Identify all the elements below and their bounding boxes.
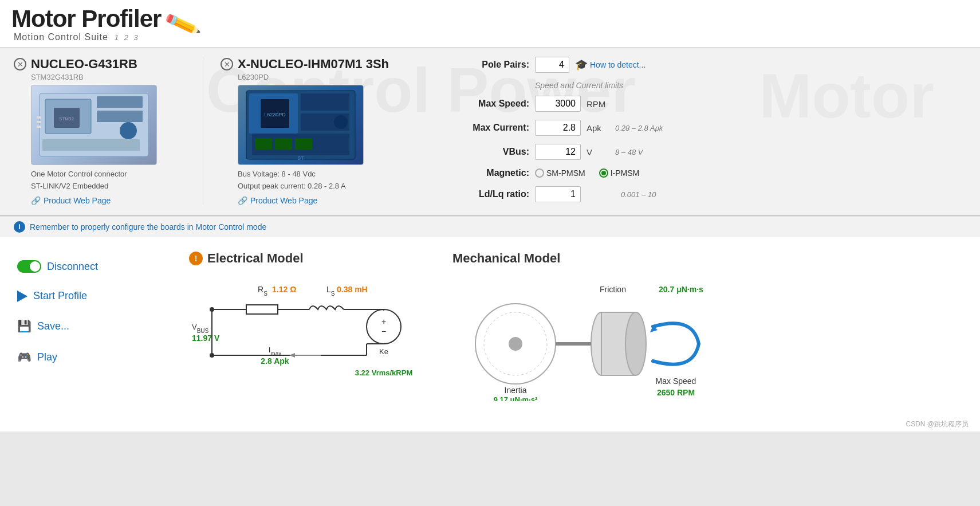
ldlq-input[interactable]	[535, 186, 581, 202]
svg-text:Inertia: Inertia	[505, 386, 527, 395]
info-message: Remember to properly configure the board…	[30, 222, 266, 232]
board1-desc: One Motor Control connector ST-LINK/V2 E…	[31, 168, 191, 193]
sm-pmsm-label: SM-PMSM	[546, 168, 585, 178]
settings-panel: Pole Pairs: 🎓 How to detect... Speed and…	[432, 57, 966, 210]
board2-header: ✕ X-NUCLEO-IHM07M1 3Sh	[221, 57, 420, 72]
svg-rect-18	[255, 138, 272, 150]
graduation-icon: 🎓	[575, 58, 588, 71]
app-header: Motor Profiler Motion Control Suite 1 2 …	[0, 0, 980, 48]
mechanical-model-title: Mechanical Model	[452, 251, 951, 266]
svg-point-54	[509, 337, 522, 351]
board1-image: STM32	[31, 85, 157, 165]
svg-point-22	[334, 115, 348, 129]
save-button[interactable]: 💾 Save...	[17, 316, 178, 336]
external-link-icon-1: 🔗	[31, 196, 41, 205]
max-speed-row: Max Speed: RPM	[455, 96, 966, 112]
vbus-label: VBus:	[455, 147, 529, 157]
svg-text:VBUS: VBUS	[192, 323, 209, 334]
max-current-unit: Apk	[587, 123, 609, 133]
start-profile-button[interactable]: Start Profile	[17, 287, 178, 305]
svg-point-7	[120, 122, 137, 139]
max-current-input[interactable]	[535, 120, 581, 136]
board1-sub: STM32G431RB	[31, 73, 191, 81]
svg-rect-2	[97, 96, 143, 108]
svg-text:STM32: STM32	[59, 116, 74, 121]
ldlq-label: Ld/Lq ratio:	[455, 189, 529, 199]
disconnect-button[interactable]: Disconnect	[17, 257, 178, 276]
board1-select-icon[interactable]: ✕	[14, 58, 26, 70]
speed-current-label: Speed and Current limits	[535, 81, 966, 90]
play-button[interactable]: 🎮 Play	[17, 347, 178, 367]
radio-circle-i-pmsm	[599, 168, 608, 178]
magnetic-label: Magnetic:	[455, 168, 529, 178]
max-speed-label: Max Speed:	[455, 99, 529, 109]
svg-rect-9	[37, 121, 41, 123]
svg-marker-47	[289, 353, 295, 358]
board-card-2: ✕ X-NUCLEO-IHM07M1 3Sh L6230PD L6230PD S…	[203, 57, 432, 205]
xnucleo-board-svg: L6230PD ST	[243, 88, 358, 162]
external-link-icon-2: 🔗	[238, 196, 247, 205]
info-icon: i	[14, 221, 25, 233]
max-current-range: 0.28 – 2.8 Apk	[615, 124, 672, 132]
electrical-model-title: ! Electrical Model	[189, 251, 430, 266]
board1-product-link[interactable]: 🔗 Product Web Page	[31, 196, 191, 205]
gamepad-icon: 🎮	[17, 350, 32, 364]
app-logo-icon: ✏️	[163, 5, 202, 44]
svg-text:Max Speed: Max Speed	[656, 376, 696, 386]
svg-rect-19	[275, 138, 292, 150]
svg-rect-3	[97, 111, 143, 122]
vbus-input[interactable]	[535, 144, 581, 160]
svg-text:20.7 μN·m·s: 20.7 μN·m·s	[659, 285, 703, 294]
radio-sm-pmsm[interactable]: SM-PMSM	[535, 168, 585, 178]
electrical-model-section: ! Electrical Model RS 1.12 Ω LS 0.38 mH …	[178, 251, 441, 403]
max-speed-input[interactable]	[535, 96, 581, 112]
title-block: Motor Profiler Motion Control Suite 1 2 …	[11, 6, 161, 42]
disconnect-label: Disconnect	[47, 261, 98, 273]
app-subtitle: Motion Control Suite 1 2 3	[14, 32, 161, 42]
board2-product-link[interactable]: 🔗 Product Web Page	[238, 196, 420, 205]
svg-text:2650 RPM: 2650 RPM	[657, 388, 695, 397]
how-to-detect-link[interactable]: 🎓 How to detect...	[575, 58, 646, 71]
svg-text:Friction: Friction	[600, 285, 626, 294]
footer-note: CSDN @跳坑程序员	[0, 417, 980, 432]
board1-header: ✕ NUCLEO-G431RB	[14, 57, 191, 72]
board2-name: X-NUCLEO-IHM07M1 3Sh	[238, 57, 389, 72]
i-pmsm-label: I-PMSM	[611, 168, 640, 178]
board2-select-icon[interactable]: ✕	[221, 58, 233, 70]
top-panel: Control Power Motor ✕ NUCLEO-G431RB STM3…	[0, 48, 980, 216]
svg-text:0.38 mH: 0.38 mH	[337, 285, 368, 294]
pole-pairs-row: Pole Pairs: 🎓 How to detect...	[455, 57, 966, 73]
svg-text:11.97 V: 11.97 V	[192, 334, 220, 343]
pole-pairs-label: Pole Pairs:	[455, 60, 529, 70]
board1-name: NUCLEO-G431RB	[31, 57, 137, 72]
circuit-diagram: RS 1.12 Ω LS 0.38 mH + −	[189, 275, 430, 401]
svg-text:Ke: Ke	[379, 347, 388, 356]
radio-dot-i-pmsm	[601, 171, 606, 175]
svg-point-41	[210, 353, 214, 358]
svg-point-40	[210, 307, 214, 312]
max-current-row: Max Current: Apk 0.28 – 2.8 Apk	[455, 120, 966, 136]
app-title: Motor Profiler	[11, 6, 161, 32]
board2-image: L6230PD ST	[238, 85, 364, 165]
vbus-range: 8 – 48 V	[615, 148, 672, 156]
magnetic-row: Magnetic: SM-PMSM I-PMSM	[455, 168, 966, 178]
radio-i-pmsm[interactable]: I-PMSM	[599, 168, 640, 178]
bottom-panel: Disconnect Start Profile 💾 Save... 🎮 Pla…	[0, 237, 980, 417]
magnetic-options: SM-PMSM I-PMSM	[535, 168, 639, 178]
svg-text:2.8 Apk: 2.8 Apk	[261, 356, 289, 366]
board2-sub: L6230PD	[238, 73, 420, 81]
svg-rect-10	[37, 125, 41, 128]
svg-text:9.17 μN·m·s²: 9.17 μN·m·s²	[494, 395, 538, 401]
max-speed-unit: RPM	[587, 99, 609, 109]
svg-rect-28	[246, 305, 278, 314]
ldlq-row: Ld/Lq ratio: 0.001 – 10	[455, 186, 966, 202]
info-bar: i Remember to properly configure the boa…	[0, 216, 980, 237]
mechanical-model-section: Mechanical Model Friction 20.7 μN·m·s In…	[441, 251, 963, 403]
svg-text:RS: RS	[258, 285, 267, 297]
pole-pairs-input[interactable]	[535, 57, 569, 73]
svg-text:LS: LS	[326, 285, 335, 297]
svg-text:1.12 Ω: 1.12 Ω	[272, 285, 296, 294]
play-label: Play	[37, 351, 57, 363]
svg-text:−: −	[381, 327, 386, 336]
radio-circle-sm-pmsm	[535, 168, 544, 178]
